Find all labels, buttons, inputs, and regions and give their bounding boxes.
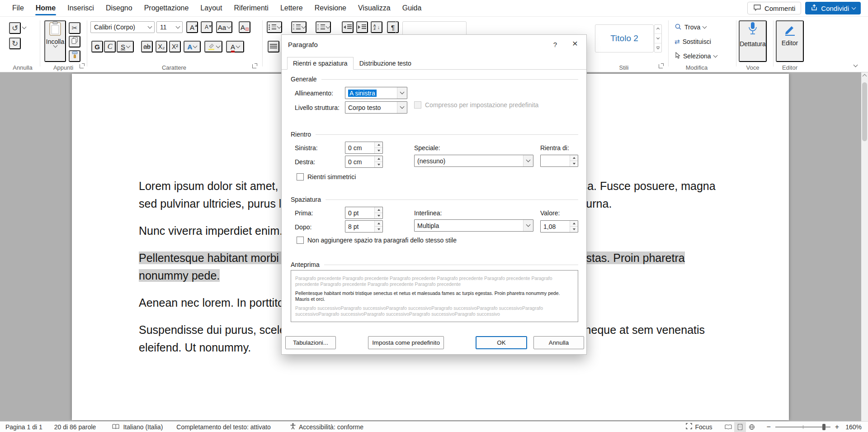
- chevron-down-icon[interactable]: [22, 25, 27, 29]
- zoom-percentage[interactable]: 160%: [845, 423, 862, 431]
- chevron-down-icon[interactable]: [397, 102, 407, 113]
- indent-left-spinner[interactable]: 0 cm: [345, 142, 383, 154]
- mirror-indents-checkbox[interactable]: Rientri simmetrici: [297, 173, 356, 180]
- copy-button[interactable]: [69, 36, 80, 47]
- spellcheck-book-icon[interactable]: [112, 424, 119, 430]
- page-indicator[interactable]: Pagina 1 di 1: [5, 423, 42, 431]
- font-name-combo[interactable]: Calibri (Corpo): [90, 21, 155, 33]
- tab-file[interactable]: File: [6, 0, 30, 16]
- ok-button[interactable]: OK: [476, 336, 527, 349]
- strikethrough-button[interactable]: ab: [141, 41, 153, 52]
- tab-visualizza[interactable]: Visualizza: [352, 0, 396, 16]
- highlight-color-button[interactable]: [204, 41, 222, 52]
- chevron-down-icon[interactable]: [173, 22, 182, 33]
- shrink-font-button[interactable]: A: [201, 21, 212, 33]
- indent-right-spinner[interactable]: 0 cm: [345, 156, 383, 168]
- styles-dialog-launcher[interactable]: [659, 63, 664, 68]
- subscript-button[interactable]: X₂: [156, 41, 167, 52]
- tabs-button[interactable]: Tabulazioni...: [285, 336, 336, 349]
- zoom-slider-thumb[interactable]: [822, 424, 826, 430]
- collapse-ribbon-icon[interactable]: [854, 63, 858, 67]
- tab-layout[interactable]: Layout: [194, 0, 228, 16]
- tab-distribuzione-testo[interactable]: Distribuzione testo: [354, 57, 417, 70]
- chevron-down-icon[interactable]: [397, 87, 407, 99]
- tab-progettazione[interactable]: Progettazione: [138, 0, 195, 16]
- spinner-up-icon[interactable]: [375, 207, 382, 213]
- tab-rientri-e-spaziatura[interactable]: Rientri e spaziatura: [287, 57, 354, 70]
- find-button[interactable]: Trova: [675, 21, 706, 33]
- spacing-at-spinner[interactable]: 1,08: [540, 220, 578, 233]
- chevron-down-icon[interactable]: [523, 220, 533, 231]
- spinner-down-icon[interactable]: [570, 161, 578, 166]
- tab-revisione[interactable]: Revisione: [309, 0, 352, 16]
- replace-button[interactable]: ⇄ Sostituisci: [675, 36, 711, 47]
- change-case-button[interactable]: Aa: [216, 21, 232, 33]
- language-indicator[interactable]: Italiano (Italia): [123, 423, 163, 431]
- gallery-more-button[interactable]: [655, 43, 661, 52]
- alignment-select[interactable]: A sinistra: [345, 87, 407, 99]
- tab-guida[interactable]: Guida: [396, 0, 428, 16]
- bullets-button[interactable]: [267, 21, 282, 33]
- read-mode-button[interactable]: [722, 422, 734, 432]
- tab-lettere[interactable]: Lettere: [274, 0, 309, 16]
- redo-button[interactable]: ↻: [9, 38, 21, 49]
- web-layout-button[interactable]: [746, 422, 758, 432]
- comments-button[interactable]: Commenti: [747, 2, 801, 14]
- clipboard-dialog-launcher[interactable]: [80, 63, 85, 68]
- cancel-button[interactable]: Annulla: [533, 336, 584, 349]
- select-button[interactable]: Seleziona: [675, 50, 717, 62]
- focus-mode-button[interactable]: Focus: [686, 423, 712, 431]
- share-button[interactable]: Condividi: [805, 2, 861, 14]
- italic-button[interactable]: C: [104, 41, 116, 52]
- spinner-up-icon[interactable]: [375, 221, 382, 227]
- tab-inserisci[interactable]: Inserisci: [61, 0, 100, 16]
- zoom-in-button[interactable]: +: [835, 423, 839, 431]
- zoom-out-button[interactable]: −: [767, 423, 771, 431]
- gallery-up-button[interactable]: [655, 25, 661, 34]
- word-count[interactable]: 20 di 86 parole: [54, 423, 96, 431]
- close-button[interactable]: ×: [567, 37, 583, 50]
- show-formatting-marks-button[interactable]: ¶: [387, 21, 399, 33]
- spinner-down-icon[interactable]: [375, 213, 382, 218]
- help-button[interactable]: ?: [550, 41, 560, 48]
- bold-button[interactable]: G: [91, 41, 103, 52]
- no-space-same-style-checkbox[interactable]: Non aggiungere spazio tra paragrafi dell…: [297, 237, 457, 244]
- sort-button[interactable]: AZ ↓: [371, 21, 382, 33]
- decrease-indent-button[interactable]: [342, 21, 354, 33]
- checkbox-box[interactable]: [297, 237, 304, 244]
- tab-disegno[interactable]: Disegno: [100, 0, 138, 16]
- superscript-button[interactable]: X²: [169, 41, 181, 52]
- line-spacing-select[interactable]: Multipla: [414, 219, 533, 232]
- spinner-down-icon[interactable]: [375, 162, 382, 167]
- spinner-down-icon[interactable]: [375, 227, 382, 232]
- outline-level-select[interactable]: Corpo testo: [345, 101, 407, 114]
- spinner-up-icon[interactable]: [570, 155, 578, 161]
- chevron-down-icon[interactable]: [523, 155, 533, 166]
- spinner-down-icon[interactable]: [375, 148, 382, 153]
- accessibility-indicator[interactable]: Accessibilità: conforme: [290, 423, 363, 431]
- undo-button[interactable]: ↺: [9, 22, 21, 34]
- indent-by-spinner[interactable]: [540, 155, 578, 167]
- spinner-up-icon[interactable]: [375, 142, 382, 148]
- scroll-up-icon[interactable]: [863, 74, 867, 79]
- text-effects-button[interactable]: A: [184, 41, 201, 52]
- increase-indent-button[interactable]: [356, 21, 368, 33]
- clear-formatting-button[interactable]: A: [239, 21, 250, 33]
- spinner-down-icon[interactable]: [570, 227, 578, 232]
- spinner-up-icon[interactable]: [375, 156, 382, 162]
- zoom-slider[interactable]: [775, 427, 830, 427]
- tab-home[interactable]: Home: [30, 0, 61, 16]
- print-layout-button[interactable]: [734, 422, 746, 432]
- set-as-default-button[interactable]: Imposta come predefinito: [368, 336, 444, 349]
- text-completion-indicator[interactable]: Completamento del testo: attivato: [176, 423, 271, 431]
- font-size-combo[interactable]: 11: [156, 21, 183, 33]
- tab-riferimenti[interactable]: Riferimenti: [228, 0, 274, 16]
- spacing-after-spinner[interactable]: 8 pt: [345, 220, 383, 233]
- justify-button[interactable]: [268, 41, 279, 52]
- style-gallery-item-titolo2[interactable]: Titolo 2: [595, 24, 654, 52]
- gallery-down-button[interactable]: [655, 34, 661, 43]
- font-color-button[interactable]: A: [226, 41, 244, 52]
- dictate-button[interactable]: Dettatura: [739, 20, 767, 62]
- spinner-up-icon[interactable]: [570, 221, 578, 227]
- special-select[interactable]: (nessuno): [414, 155, 533, 167]
